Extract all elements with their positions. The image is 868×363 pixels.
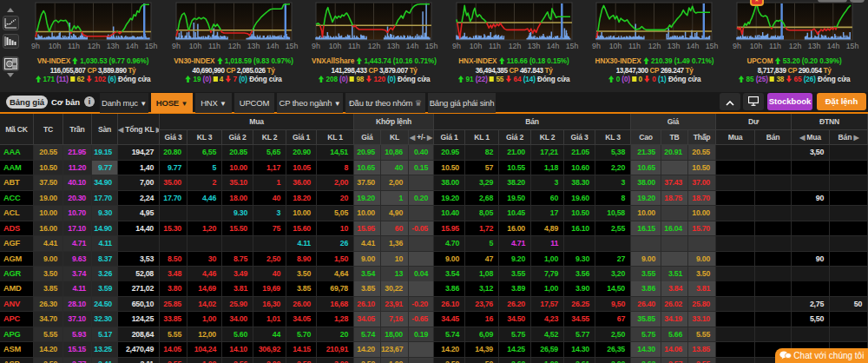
svg-text:10h: 10h: [188, 42, 201, 50]
svg-text:9h: 9h: [312, 42, 320, 50]
svg-text:9h: 9h: [592, 42, 601, 50]
svg-text:15h: 15h: [706, 42, 719, 50]
svg-text:15h: 15h: [565, 42, 578, 50]
svg-text:14h: 14h: [406, 42, 419, 50]
svg-text:14h: 14h: [827, 42, 840, 50]
svg-text:14h: 14h: [266, 42, 279, 50]
svg-text:14h: 14h: [546, 42, 559, 50]
svg-text:15h: 15h: [425, 42, 438, 50]
svg-text:13h: 13h: [667, 42, 681, 50]
svg-text:10h: 10h: [750, 42, 763, 50]
svg-text:15h: 15h: [145, 42, 158, 50]
svg-text:12h: 12h: [227, 42, 240, 50]
svg-text:11h: 11h: [208, 42, 220, 50]
svg-text:13h: 13h: [808, 42, 821, 50]
svg-text:10h: 10h: [469, 42, 482, 50]
svg-text:10h: 10h: [49, 42, 62, 50]
svg-text:13h: 13h: [387, 42, 400, 50]
svg-text:11h: 11h: [348, 42, 360, 50]
svg-text:12h: 12h: [88, 42, 101, 50]
svg-text:11h: 11h: [68, 42, 80, 50]
svg-text:14h: 14h: [687, 42, 700, 50]
svg-text:12h: 12h: [368, 42, 381, 50]
svg-text:10h: 10h: [609, 42, 622, 50]
svg-text:12h: 12h: [789, 42, 802, 50]
svg-text:13h: 13h: [247, 42, 260, 50]
svg-text:9h: 9h: [172, 42, 181, 50]
svg-text:11h: 11h: [769, 42, 781, 50]
svg-text:9h: 9h: [733, 42, 741, 50]
svg-text:13h: 13h: [527, 42, 540, 50]
svg-text:9h: 9h: [31, 42, 40, 50]
svg-text:15h: 15h: [285, 42, 298, 50]
svg-text:15h: 15h: [846, 42, 859, 50]
svg-text:10h: 10h: [329, 42, 342, 50]
svg-text:12h: 12h: [648, 42, 661, 50]
svg-text:13h: 13h: [107, 42, 120, 50]
svg-text:14h: 14h: [126, 42, 139, 50]
svg-text:9h: 9h: [452, 42, 461, 50]
svg-text:11h: 11h: [628, 42, 641, 50]
svg-text:12h: 12h: [508, 42, 521, 50]
svg-text:11h: 11h: [489, 42, 501, 50]
